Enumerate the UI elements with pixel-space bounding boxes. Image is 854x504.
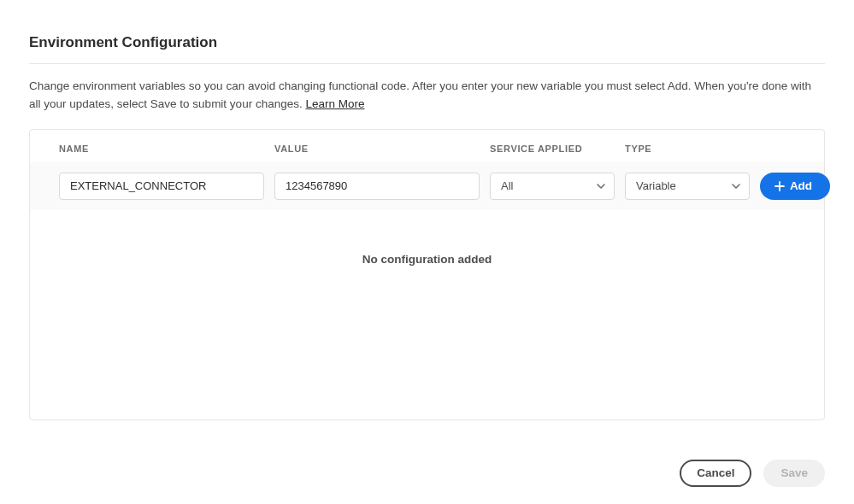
cancel-button[interactable]: Cancel	[680, 460, 751, 487]
value-input[interactable]	[274, 173, 480, 200]
save-button[interactable]: Save	[763, 460, 825, 487]
footer-actions: Cancel Save	[0, 437, 854, 487]
chevron-down-icon	[732, 184, 740, 189]
service-applied-select[interactable]: All	[490, 173, 615, 200]
input-row: All Variable Add	[30, 162, 824, 210]
type-selected-label: Variable	[636, 179, 676, 192]
name-input[interactable]	[59, 173, 264, 200]
service-selected-label: All	[501, 179, 513, 192]
col-header-name: NAME	[59, 144, 274, 154]
col-header-type: TYPE	[625, 144, 760, 154]
config-table: NAME VALUE SERVICE APPLIED TYPE All Vari…	[29, 129, 825, 420]
description: Change environment variables so you can …	[29, 64, 825, 129]
page-title: Environment Configuration	[29, 34, 825, 64]
learn-more-link[interactable]: Learn More	[305, 97, 364, 110]
type-select[interactable]: Variable	[625, 173, 750, 200]
add-button[interactable]: Add	[760, 173, 830, 200]
empty-state: No configuration added	[30, 210, 824, 419]
col-header-value: VALUE	[274, 144, 490, 154]
environment-config-panel: Environment Configuration Change environ…	[0, 0, 854, 437]
plus-icon	[774, 181, 785, 191]
description-text: Change environment variables so you can …	[29, 79, 811, 110]
chevron-down-icon	[597, 184, 605, 189]
col-header-service: SERVICE APPLIED	[490, 144, 625, 154]
add-button-label: Add	[790, 179, 812, 192]
table-header: NAME VALUE SERVICE APPLIED TYPE	[30, 130, 824, 162]
